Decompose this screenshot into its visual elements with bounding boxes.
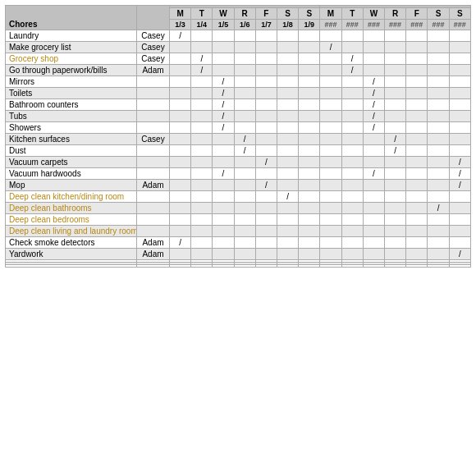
w1-day-cell	[299, 237, 320, 249]
w2-day-cell	[385, 122, 406, 134]
w1-day-cell	[255, 168, 277, 180]
chore-name-cell: Make grocery list	[6, 42, 137, 53]
w2-day-cell	[428, 53, 449, 65]
w2-day-cell	[385, 203, 406, 214]
w2-day-cell	[428, 30, 449, 42]
w2-day-cell: /	[428, 203, 449, 214]
w2-sat-label: S	[428, 8, 449, 20]
w1-day-cell	[170, 180, 191, 191]
w1-day-cell	[255, 226, 277, 237]
w1-day-cell	[191, 134, 213, 145]
owner-cell: Casey	[137, 42, 170, 53]
w2-day-cell	[428, 134, 449, 145]
w1-day-cell	[299, 122, 320, 134]
chore-name-cell: Deep clean bathrooms	[6, 203, 137, 214]
w1-day-cell	[255, 76, 277, 88]
w2-day-cell	[385, 76, 406, 88]
w2-day-cell: /	[363, 88, 384, 99]
owner-cell	[137, 157, 170, 168]
w2-day-cell	[428, 226, 449, 237]
w2-day-cell	[449, 65, 470, 76]
table-row: Deep clean bathrooms/	[6, 203, 471, 214]
title-cell: Chores	[6, 6, 137, 30]
w2-day-cell	[449, 53, 470, 65]
w1-day-cell	[255, 111, 277, 122]
w2-day-cell	[449, 203, 470, 214]
w1-day-cell	[299, 249, 320, 260]
owner-cell	[137, 265, 170, 268]
w1-day-cell	[170, 249, 191, 260]
w1-day-cell	[170, 111, 191, 122]
w2-day-cell	[341, 122, 363, 134]
w2-day-cell: /	[449, 157, 470, 168]
w1-day-cell	[255, 122, 277, 134]
w2-day-cell	[320, 145, 341, 157]
w1-day-cell	[277, 180, 299, 191]
w1-day-cell	[277, 42, 299, 53]
w2-day-cell	[385, 65, 406, 76]
w1-day-cell	[255, 191, 277, 203]
w1-day-cell	[234, 122, 255, 134]
table-row: Deep clean living and laundry rooms	[6, 226, 471, 237]
w2-day-cell	[363, 249, 384, 260]
w2-day-cell	[406, 53, 428, 65]
w2-day-cell	[428, 265, 449, 268]
w2-day-cell	[363, 180, 384, 191]
w2-day-cell	[320, 157, 341, 168]
w1-day-cell	[255, 88, 277, 99]
w2-day-cell	[385, 53, 406, 65]
w1-day-cell	[170, 122, 191, 134]
owner-header	[137, 6, 170, 30]
w1-day-cell	[277, 265, 299, 268]
w2-day-cell	[363, 237, 384, 249]
chore-name-cell: Deep clean living and laundry rooms	[6, 226, 137, 237]
w1-date-1: 1/3	[170, 20, 191, 30]
w1-day-cell	[213, 214, 234, 226]
w1-day-cell	[234, 226, 255, 237]
w2-day-cell	[341, 42, 363, 53]
owner-cell	[137, 203, 170, 214]
owner-cell	[137, 111, 170, 122]
w2-day-cell	[320, 134, 341, 145]
w1-day-cell	[213, 42, 234, 53]
w2-day-cell	[406, 214, 428, 226]
w1-day-cell	[277, 88, 299, 99]
w2-day-cell: /	[341, 65, 363, 76]
w1-day-cell	[170, 76, 191, 88]
w2-day-cell	[406, 203, 428, 214]
w1-day-cell	[234, 42, 255, 53]
w2-day-cell	[449, 134, 470, 145]
w2-day-cell	[385, 237, 406, 249]
w1-day-cell	[234, 88, 255, 99]
w2-day-cell	[428, 214, 449, 226]
w1-day-cell: /	[213, 88, 234, 99]
table-row: Go through paperwork/billsAdam//	[6, 65, 471, 76]
w2-day-cell	[449, 88, 470, 99]
table-row: Make grocery listCasey/	[6, 42, 471, 53]
w1-day-cell	[191, 214, 213, 226]
w2-day-cell	[363, 134, 384, 145]
w1-day-cell	[234, 76, 255, 88]
table-row	[6, 265, 471, 268]
table-row: Vacuum hardwoods///	[6, 168, 471, 180]
w1-day-cell	[170, 265, 191, 268]
table-row: Kitchen surfacesCasey//	[6, 134, 471, 145]
w1-day-cell	[299, 99, 320, 111]
w2-day-cell	[320, 88, 341, 99]
w1-day-cell: /	[213, 111, 234, 122]
w2-day-cell	[449, 99, 470, 111]
w2-day-cell	[406, 237, 428, 249]
w1-day-cell: /	[213, 122, 234, 134]
w2-day-cell	[341, 157, 363, 168]
w1-day-cell	[299, 111, 320, 122]
w1-day-cell	[299, 265, 320, 268]
w1-day-cell	[299, 53, 320, 65]
w2-day-cell: /	[363, 168, 384, 180]
w1-day-cell	[170, 53, 191, 65]
w1-day-cell	[191, 76, 213, 88]
w1-day-cell	[255, 265, 277, 268]
w1-date-7: 1/9	[299, 20, 320, 30]
w2-day-cell	[363, 191, 384, 203]
w1-day-cell	[191, 180, 213, 191]
w2-date-3: ###	[363, 20, 384, 30]
